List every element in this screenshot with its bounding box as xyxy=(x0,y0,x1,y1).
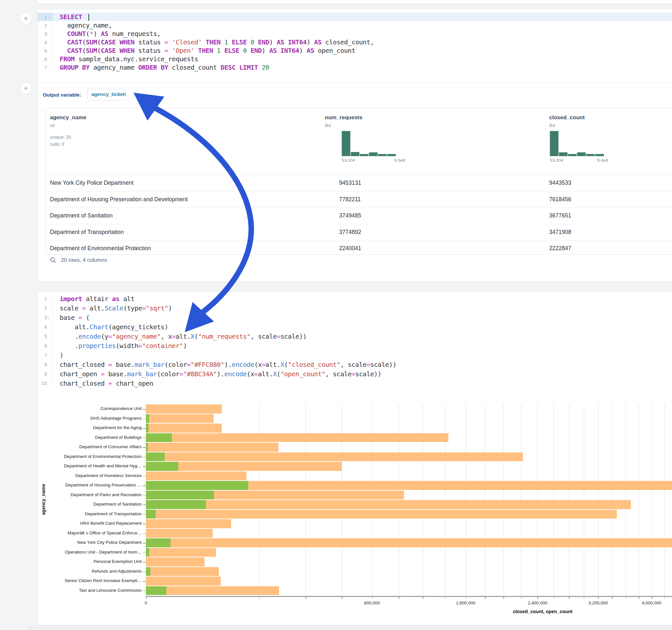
line-number: 6 xyxy=(44,343,47,348)
code-text: FROM sample_data.nyc.service_requests xyxy=(53,55,198,63)
y-axis-tick xyxy=(143,428,146,429)
code-line[interactable]: 4 CAST(SUM(CASE WHEN status = 'Closed' T… xyxy=(38,38,672,46)
x-axis-tick xyxy=(399,597,399,599)
x-axis-tick xyxy=(639,597,639,599)
add-cell-button-output[interactable]: + xyxy=(20,82,32,94)
x-axis-tick-label: 2,400,000 xyxy=(528,601,547,605)
y-axis-label: DHS Advantage Programs xyxy=(38,416,142,421)
table-cell: Department of Sanitation xyxy=(50,212,113,219)
column-header-closed_count: closed_count xyxy=(549,114,585,121)
y-axis-tick xyxy=(143,572,146,572)
x-axis-tick xyxy=(146,597,146,599)
line-number: 2 xyxy=(44,23,47,28)
bar-open-count xyxy=(146,510,155,518)
histogram-bar xyxy=(550,131,558,156)
code-line[interactable]: 8chart_closed = base.mark_bar(color="#FF… xyxy=(38,360,672,369)
x-axis-tick xyxy=(598,597,599,599)
y-axis-tick xyxy=(143,553,146,553)
table-row[interactable]: Department of Housing Preservation and D… xyxy=(46,191,672,208)
code-line[interactable]: 6FROM sample_data.nyc.service_requests xyxy=(38,55,672,63)
code-line[interactable]: 5 .encode(y="agency_name", x=alt.X("num_… xyxy=(38,332,672,341)
notebook-page: { "colors": { "arrow": "#2a56d6", "close… xyxy=(0,0,672,630)
line-number-gutter: 2 xyxy=(38,21,53,29)
line-number: 1 xyxy=(44,296,47,301)
code-line[interactable]: 4 alt.Chart(agency_tickets) xyxy=(38,322,672,332)
code-text: SELECT xyxy=(53,13,89,21)
y-axis-label: Department of Homeless Services xyxy=(38,473,142,478)
histogram-max-label: 9.5e6 xyxy=(394,158,405,163)
bar-closed-count xyxy=(146,433,448,442)
histogram-bar xyxy=(595,154,604,156)
code-line[interactable]: 9chart_open = base.mark_bar(color="#8BC3… xyxy=(38,369,672,379)
column-header-num_requests: num_requests xyxy=(325,114,362,121)
sql-code-editor[interactable]: 1⌄SELECT 2 agency_name,3 COUNT(*) AS num… xyxy=(38,13,672,72)
fold-chevron-icon[interactable]: ⌄ xyxy=(47,15,51,19)
y-axis-label: Taxi and Limousine Commission xyxy=(38,588,142,593)
bar-closed-count xyxy=(146,519,231,528)
bar-open-count xyxy=(146,500,206,509)
x-axis-tick xyxy=(554,597,554,599)
code-line[interactable]: 10chart_closed + chart_open xyxy=(38,379,672,388)
gridline xyxy=(664,404,665,596)
code-text: CAST(SUM(CASE WHEN status = 'Open' THEN … xyxy=(53,47,355,54)
x-axis-tick xyxy=(306,597,306,599)
table-row[interactable]: Department of Transportation377489234719… xyxy=(46,224,672,240)
x-axis-tick xyxy=(503,597,504,599)
y-axis-tick xyxy=(143,505,146,505)
line-number-gutter: 9 xyxy=(38,369,53,379)
table-cell: Department of Transportation xyxy=(50,229,124,236)
bar-closed-count xyxy=(146,453,523,461)
bar-closed-count xyxy=(146,538,672,547)
line-number: 10 xyxy=(42,381,47,386)
code-line[interactable]: 7) xyxy=(38,350,672,360)
line-number-gutter: 5 xyxy=(38,332,53,341)
code-line[interactable]: 3 COUNT(*) AS num_requests, xyxy=(38,29,672,38)
line-number: 5 xyxy=(44,334,47,339)
code-line[interactable]: 7GROUP BY agency_name ORDER BY closed_co… xyxy=(38,63,672,72)
bar-closed-count xyxy=(146,443,279,452)
output-variable-label: Output variable: xyxy=(43,92,81,98)
code-line[interactable]: 2 agency_name, xyxy=(38,21,672,29)
bar-open-count xyxy=(146,586,166,595)
line-number-gutter: 8 xyxy=(38,360,53,369)
x-axis-tick xyxy=(521,597,522,599)
y-axis-label: HRA Benefit Card Replacement xyxy=(38,521,142,526)
python-code-editor[interactable]: 1import altair as alt2scale = alt.Scale(… xyxy=(38,294,672,388)
result-table: agency_namestrunique: 20nulls: 0num_requ… xyxy=(46,108,672,255)
search-icon[interactable] xyxy=(50,257,56,264)
y-axis-label: Mayorâ€ s Office of Special Enforce… xyxy=(38,531,142,535)
code-line[interactable]: 1⌄SELECT xyxy=(38,13,672,21)
x-axis-tick xyxy=(485,597,486,599)
y-axis-label: Department of Housing Preservation … xyxy=(38,483,142,487)
y-axis-label: Department of Health and Mental Hyg… xyxy=(38,463,142,468)
y-axis-tick xyxy=(143,524,146,524)
column-histogram xyxy=(342,131,397,156)
y-axis-tick xyxy=(143,533,146,534)
x-axis-tick xyxy=(537,597,538,599)
code-text: COUNT(*) AS num_requests, xyxy=(53,30,161,38)
output-variable-pill[interactable]: agency_tickets xyxy=(87,89,126,100)
code-line[interactable]: 6 .properties(width="container") xyxy=(38,341,672,350)
table-row[interactable]: New York City Police Department945313194… xyxy=(46,175,672,191)
fold-chevron-icon[interactable]: ⌄ xyxy=(47,315,51,319)
code-line[interactable]: 1import altair as alt xyxy=(38,294,672,303)
y-axis-label: Department of Sanitation xyxy=(38,502,142,507)
table-cell: New York City Police Department xyxy=(50,179,134,186)
column-header-agency_name: agency_name xyxy=(50,114,86,121)
table-row[interactable]: Department of Sanitation37494853677651 xyxy=(46,208,672,224)
y-axis-tick xyxy=(143,495,146,496)
previous-cell-edge xyxy=(37,0,672,4)
code-line[interactable]: 2scale = alt.Scale(type="sqrt") xyxy=(38,303,672,313)
bar-closed-count xyxy=(146,423,222,432)
gridline xyxy=(639,404,639,596)
code-line[interactable]: 3⌄base = ( xyxy=(38,313,672,322)
line-number: 1 xyxy=(44,14,47,20)
table-row[interactable]: Department of Environmental Protection22… xyxy=(46,240,672,255)
bar-open-count xyxy=(146,453,165,461)
histogram-bar xyxy=(342,131,351,156)
code-text: base = ( xyxy=(53,314,90,321)
code-line[interactable]: 5 CAST(SUM(CASE WHEN status = 'Open' THE… xyxy=(38,46,672,55)
x-axis-tick xyxy=(612,597,613,599)
add-cell-button-top[interactable]: + xyxy=(20,12,32,25)
bar-open-count xyxy=(146,414,149,423)
